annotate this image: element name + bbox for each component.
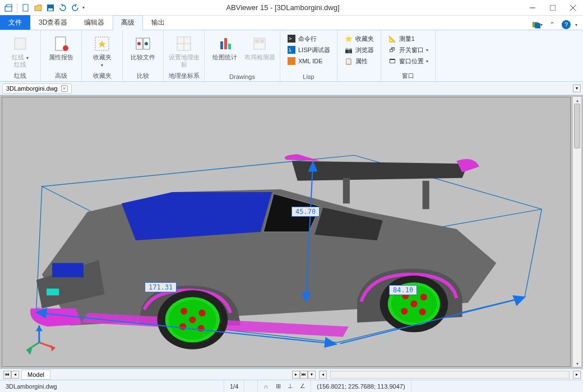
snap-icon[interactable]: ∩	[261, 382, 270, 391]
commandline-button[interactable]: >命令行	[285, 34, 332, 44]
svg-point-49	[189, 316, 196, 323]
close-tab-icon[interactable]: ×	[61, 85, 68, 92]
scroll-down-icon[interactable]: ▾	[573, 360, 581, 367]
grid-icon[interactable]: ⊞	[274, 382, 283, 391]
svg-rect-39	[423, 181, 429, 209]
sheet-next-icon[interactable]: ▸	[292, 371, 300, 379]
window-position-button[interactable]: 🗖窗口位置 ▾	[386, 56, 431, 66]
collapse-ribbon-icon[interactable]: ⌃	[547, 20, 557, 30]
ribbon-group-geo: 设置地理坐标 地理坐标系	[164, 30, 205, 81]
compare-files-button[interactable]: 比较文件	[127, 32, 159, 61]
doctab-menu-icon[interactable]: ▾	[573, 85, 581, 92]
debug-icon: λ	[287, 45, 296, 54]
svg-rect-38	[343, 178, 350, 204]
scroll-up-icon[interactable]: ▴	[573, 97, 581, 104]
ribbon: 红线 ▾红线 红线 属性报告 高级 收藏夹▾ 收藏夹 比较文件	[0, 30, 583, 82]
browser-button[interactable]: 📷浏览器	[342, 45, 376, 55]
qat-dropdown-icon[interactable]: ▾	[82, 5, 85, 10]
sheet-last-icon[interactable]: ⏭	[300, 371, 308, 379]
sheet-first-icon[interactable]: ⏮	[3, 371, 11, 379]
status-coords: (156.8021; 225.7688; 113.9047)	[311, 380, 411, 392]
redline-icon	[11, 35, 29, 53]
group-label: 地理坐标系	[168, 71, 200, 80]
svg-point-46	[198, 310, 205, 316]
svg-rect-23	[228, 44, 231, 49]
group-label	[342, 72, 376, 80]
svg-text:>: >	[289, 36, 292, 41]
favorites-button[interactable]: 收藏夹▾	[86, 32, 118, 68]
app-icon[interactable]	[3, 3, 13, 13]
fav-panel-button[interactable]: ⭐收藏夹	[342, 34, 376, 44]
tab-output[interactable]: 输出	[143, 15, 173, 30]
svg-rect-1	[23, 4, 28, 11]
sheet-tab-bar: ⏮ ◂ Model ▸ ⏭ ▾ ◂ ▸	[0, 368, 583, 380]
ribbon-group-window2: 📐测量1 🗗开关窗口 ▾ 🗖窗口位置 ▾ 窗口	[381, 30, 436, 81]
svg-rect-10	[15, 38, 26, 49]
property-report-button[interactable]: 属性报告	[45, 32, 77, 61]
properties-button[interactable]: 📋属性	[342, 56, 376, 66]
xml-ide-button[interactable]: XML IDE	[285, 56, 332, 66]
layout-detector-button[interactable]: 布局检测器	[244, 32, 275, 61]
sheet-tab-model[interactable]: Model	[21, 370, 50, 380]
tab-advanced[interactable]: 高级	[113, 15, 143, 30]
undo-icon[interactable]	[58, 3, 68, 13]
geo-coords-button[interactable]: 设置地理坐标	[168, 32, 200, 68]
svg-line-68	[27, 343, 39, 351]
redo-icon[interactable]	[70, 3, 80, 13]
scroll-thumb[interactable]	[574, 104, 580, 148]
svg-rect-41	[47, 288, 59, 295]
sheet-prev-icon[interactable]: ◂	[11, 371, 19, 379]
group-label: 收藏夹	[86, 71, 118, 80]
svg-rect-40	[52, 263, 84, 277]
3d-canvas[interactable]: 171.31 45.70 84.10	[2, 97, 571, 367]
switch-window-button[interactable]: 🗗开关窗口 ▾	[386, 45, 431, 55]
status-blank	[244, 380, 258, 392]
hscroll-left-icon[interactable]: ◂	[319, 371, 327, 379]
measure-button[interactable]: 📐测量1	[386, 34, 431, 44]
svg-point-45	[181, 308, 187, 315]
document-tab-label: 3DLamborgini.dwg	[6, 85, 58, 92]
group-label: Drawings	[209, 72, 275, 80]
svg-marker-63	[325, 338, 336, 347]
svg-rect-9	[535, 24, 540, 28]
status-bar: 3DLamborgini.dwg 1/4 ∩ ⊞ ⊥ ∠ (156.8021; …	[0, 380, 583, 392]
new-icon[interactable]	[21, 3, 31, 13]
tab-3dviewer[interactable]: 3D查看器	[30, 15, 76, 30]
terminal-icon: >	[287, 34, 296, 43]
sheet-menu-icon[interactable]: ▾	[308, 371, 316, 379]
layout-icon	[251, 35, 269, 53]
minimize-button[interactable]	[522, 0, 543, 16]
vertical-scrollbar[interactable]: ▴ ▾	[572, 97, 581, 367]
ribbon-group-advanced: 属性报告 高级	[41, 30, 82, 81]
tab-editor[interactable]: 编辑器	[76, 15, 113, 30]
help-icon[interactable]: ?	[562, 20, 571, 29]
tab-file[interactable]: 文件	[0, 15, 30, 30]
ribbon-group-lisp: >命令行 λLISP调试器 XML IDE Lisp	[280, 30, 337, 81]
redline-button[interactable]: 红线 ▾红线	[4, 32, 36, 68]
group-label: 高级	[45, 71, 77, 80]
svg-point-17	[145, 42, 148, 45]
document-tab[interactable]: 3DLamborgini.dwg ×	[2, 83, 72, 94]
hscroll-right-icon[interactable]: ▸	[573, 371, 581, 379]
drawing-stats-button[interactable]: 绘图统计	[209, 32, 240, 61]
angle-icon[interactable]: ∠	[298, 382, 307, 391]
close-button[interactable]	[563, 0, 583, 16]
svg-point-56	[419, 309, 426, 315]
ribbon-group-drawings: 绘图统计 布局检测器 Drawings	[205, 30, 280, 81]
ortho-icon[interactable]: ⊥	[286, 382, 295, 391]
svg-point-57	[410, 301, 417, 307]
open-icon[interactable]	[33, 3, 43, 13]
svg-point-54	[420, 293, 427, 300]
report-icon	[52, 35, 70, 53]
help-dropdown-icon[interactable]: ▾	[575, 22, 577, 27]
horizontal-scrollbar[interactable]	[330, 371, 570, 379]
viewport-area: 171.31 45.70 84.10 ▴ ▾	[0, 95, 583, 368]
maximize-button[interactable]	[543, 0, 563, 16]
folders-icon[interactable]: ▾	[533, 20, 543, 30]
svg-point-16	[137, 42, 141, 45]
lisp-debugger-button[interactable]: λLISP调试器	[285, 45, 332, 55]
save-icon[interactable]	[45, 3, 55, 13]
svg-point-55	[401, 308, 408, 315]
window-controls	[522, 0, 583, 16]
stats-icon	[216, 35, 234, 53]
